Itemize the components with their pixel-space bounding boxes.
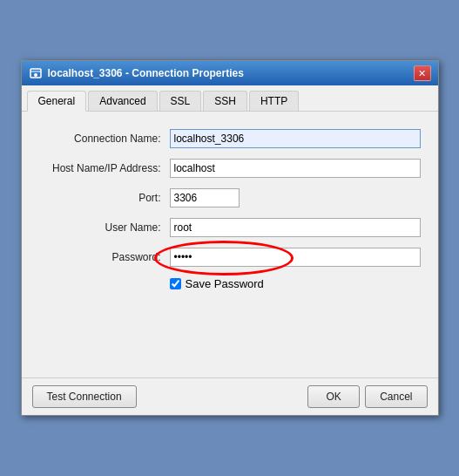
port-input[interactable]: [170, 188, 240, 207]
username-label: User Name:: [39, 221, 170, 234]
form-content: Connection Name: Host Name/IP Address: P…: [22, 112, 438, 308]
window-title: localhost_3306 - Connection Properties: [48, 67, 244, 79]
host-label: Host Name/IP Address:: [39, 162, 170, 174]
tab-ssh[interactable]: SSH: [203, 91, 247, 111]
host-row: Host Name/IP Address:: [39, 159, 421, 178]
username-input[interactable]: [170, 218, 421, 237]
password-row: Password:: [39, 248, 421, 267]
tab-general[interactable]: General: [27, 91, 87, 112]
footer: Test Connection OK Cancel: [22, 377, 438, 415]
connection-properties-window: localhost_3306 - Connection Properties ✕…: [21, 60, 439, 416]
save-password-row: Save Password: [170, 277, 421, 290]
password-input[interactable]: [170, 248, 421, 267]
tab-http[interactable]: HTTP: [249, 91, 299, 111]
title-bar-left: localhost_3306 - Connection Properties: [29, 66, 244, 80]
tab-advanced[interactable]: Advanced: [88, 91, 157, 111]
username-row: User Name:: [39, 218, 421, 237]
ok-button[interactable]: OK: [307, 385, 360, 408]
host-input[interactable]: [170, 159, 421, 178]
tabs-bar: General Advanced SSL SSH HTTP: [22, 85, 438, 112]
svg-point-2: [34, 73, 37, 77]
title-bar-controls: ✕: [414, 65, 431, 81]
close-button[interactable]: ✕: [414, 65, 431, 81]
connection-name-input[interactable]: [170, 129, 421, 148]
port-label: Port:: [39, 192, 170, 204]
connection-name-row: Connection Name:: [39, 129, 421, 148]
tab-ssl[interactable]: SSL: [159, 91, 202, 111]
test-connection-button[interactable]: Test Connection: [32, 385, 137, 408]
save-password-label[interactable]: Save Password: [186, 277, 264, 290]
cancel-button[interactable]: Cancel: [365, 385, 427, 408]
port-row: Port:: [39, 188, 421, 207]
password-label: Password:: [39, 251, 170, 263]
connection-name-label: Connection Name:: [39, 133, 170, 145]
title-bar: localhost_3306 - Connection Properties ✕: [22, 61, 438, 85]
window-icon: [29, 66, 43, 80]
footer-right: OK Cancel: [307, 385, 427, 408]
save-password-checkbox[interactable]: [170, 278, 181, 289]
password-wrapper: [170, 248, 421, 267]
